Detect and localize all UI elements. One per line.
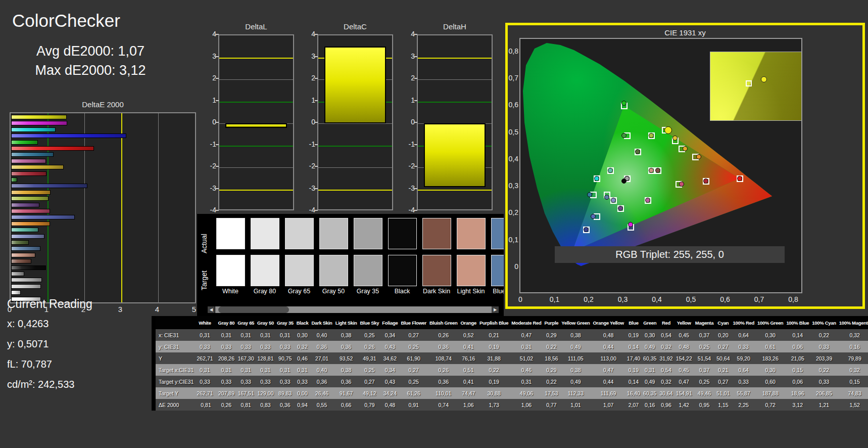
- mini-gridline: [219, 102, 293, 103]
- de-bar: [11, 127, 56, 132]
- mini-gridline: [318, 167, 392, 168]
- mini-axis-dash: [315, 166, 318, 167]
- measured-marker: [604, 195, 609, 200]
- mini-axis-tick: -1: [204, 140, 216, 148]
- swatch-actual-0[interactable]: [216, 218, 245, 249]
- table-cell: 0,32: [838, 329, 868, 341]
- table-corner: [154, 316, 195, 329]
- de-bar: [11, 121, 67, 125]
- table-cell: 0,33: [256, 376, 275, 387]
- table-cell: 0,31: [236, 329, 256, 341]
- de-bar: [11, 146, 94, 151]
- mini-axis-dash: [315, 144, 318, 145]
- table-cell: 0,46: [295, 352, 310, 364]
- table-cell: 0,31: [236, 364, 256, 376]
- column-header: 100% Green: [756, 316, 785, 329]
- swatch-target-4[interactable]: [354, 255, 382, 286]
- table-cell: 0,66: [334, 399, 359, 411]
- swatch-actual-1[interactable]: [251, 218, 279, 249]
- de-bar: [11, 259, 31, 263]
- swatch-target-3[interactable]: [319, 255, 348, 286]
- swatch-target-0[interactable]: [216, 255, 245, 286]
- table-cell: 0,60: [756, 376, 785, 387]
- measured-marker: [672, 136, 678, 141]
- cie-y-tick: 0,2: [508, 208, 518, 216]
- table-cell: 49,46: [694, 387, 715, 399]
- max-de2000: Max dE2000: 3,12: [7, 63, 174, 78]
- deltae-axis-tick: 4: [152, 305, 163, 313]
- table-cell: 0,27: [715, 341, 731, 352]
- table-cell: 34,24: [380, 387, 399, 399]
- swatch-actual-4[interactable]: [354, 218, 382, 249]
- swatch-target-2[interactable]: [285, 255, 314, 286]
- table-cell: 17,40: [625, 352, 642, 364]
- table-cell: 0,29: [543, 329, 560, 341]
- swatch-target-1[interactable]: [251, 255, 279, 286]
- table-cell: 51,01: [715, 387, 731, 399]
- table-cell: 262,71: [195, 387, 216, 399]
- row-label: Target y:CIE31: [154, 376, 195, 387]
- mini-axis-dash: [315, 56, 318, 57]
- swatch-actual-5[interactable]: [388, 218, 417, 249]
- swatch-target-5[interactable]: [388, 255, 417, 286]
- column-header: Orange: [459, 316, 478, 329]
- swatch-actual-7[interactable]: [457, 218, 486, 249]
- table-cell: 74,83: [838, 387, 868, 399]
- table-cell: 0,33: [275, 376, 295, 387]
- table-cell: 0,40: [310, 364, 334, 376]
- cie-x-tick: 0,5: [684, 295, 699, 303]
- column-header: Gray 35: [275, 316, 295, 329]
- cie-x-tick: 0,1: [547, 295, 562, 303]
- de-bar: [11, 221, 50, 226]
- table-cell: 0,55: [310, 399, 334, 411]
- table-cell: 0,64: [732, 364, 756, 376]
- mini-axis-dash: [216, 100, 219, 101]
- table-cell: 1,01: [560, 399, 591, 411]
- swatch-scrollbar-thumb[interactable]: [218, 306, 289, 313]
- cie-y-tick: 0,7: [508, 74, 518, 82]
- table-cell: 0,32: [838, 364, 868, 376]
- swatch-name: Black: [385, 288, 419, 295]
- table-cell: 0,26: [428, 329, 459, 341]
- table-cell: 0,27: [715, 376, 731, 387]
- table-cell: 154,91: [674, 387, 694, 399]
- table-cell: 0,52: [459, 329, 478, 341]
- swatch-target-7[interactable]: [457, 255, 486, 286]
- swatch-actual-2[interactable]: [285, 218, 314, 249]
- swatch-name: Gray 35: [351, 288, 384, 295]
- table-cell: 207,89: [217, 387, 236, 399]
- de-bar: [11, 133, 126, 138]
- mini-delta-bar: [225, 123, 287, 128]
- swatch-target-6[interactable]: [422, 255, 451, 286]
- swatch-actual-6[interactable]: [422, 218, 451, 249]
- swatch-actual-8[interactable]: [491, 218, 504, 249]
- table-cell: 0,33: [295, 376, 310, 387]
- table-cell: 167,30: [236, 352, 256, 364]
- mini-axis-dash: [315, 210, 318, 211]
- table-cell: 262,71: [195, 352, 216, 364]
- scroll-right-button[interactable]: ▶: [492, 306, 499, 313]
- measured-marker: [621, 101, 626, 106]
- scroll-left-button[interactable]: ◀: [208, 306, 215, 313]
- mini-axis-dash: [216, 166, 219, 167]
- table-cell: 129,00: [256, 387, 275, 399]
- table-cell: 0,44: [591, 341, 625, 352]
- measured-marker: [679, 182, 684, 187]
- measured-marker: [608, 168, 613, 173]
- table-cell: 128,81: [256, 352, 275, 364]
- table-cell: 0,31: [195, 329, 216, 341]
- swatch-actual-3[interactable]: [319, 218, 348, 249]
- column-header: 100% Cyan: [810, 316, 837, 329]
- table-cell: 59,20: [732, 352, 756, 364]
- table-cell: 187,88: [756, 387, 785, 399]
- mini-axis-tick: 1: [204, 96, 216, 104]
- table-cell: 0,27: [359, 376, 381, 387]
- swatch-target-8[interactable]: [491, 255, 504, 286]
- deltae-gridline: [158, 113, 159, 302]
- swatch-panel: Actual Target WhiteGray 80Gray 65Gray 50…: [197, 214, 504, 316]
- mini-delta-bar: [424, 123, 486, 187]
- de-bar: [11, 171, 46, 176]
- table-cell: 0,20: [715, 329, 731, 341]
- column-header: Blue Sky: [359, 316, 381, 329]
- mini-axis-tick: -4: [403, 206, 415, 214]
